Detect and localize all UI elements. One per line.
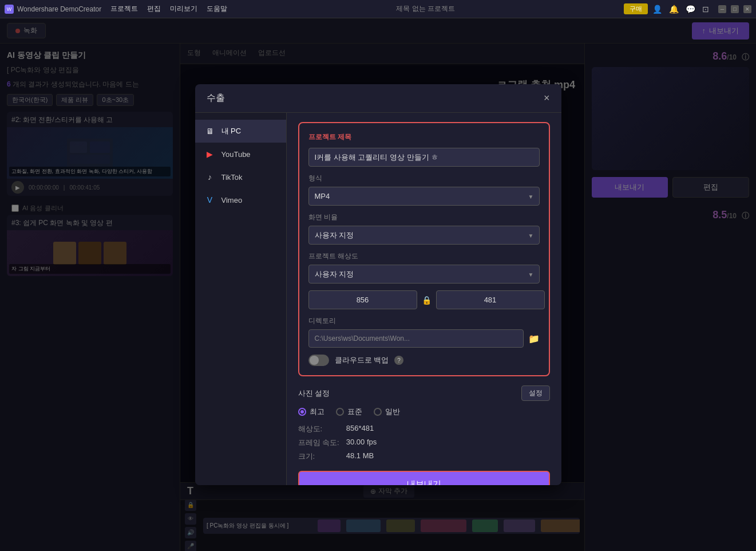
toggle-knob [310,356,319,365]
bell-icon[interactable]: 🔔 [669,5,679,14]
menu-project[interactable]: 프로젝트 [110,4,138,14]
quality-radio-normal[interactable]: 일반 [374,407,400,417]
aspect-ratio-label: 화면 비율 [308,212,540,222]
app-body: 녹화 ↑ 내보내기 AI 동영상 클립 만들기 [ PC녹화와 영상 편집을 6… [0,18,756,551]
format-select-wrapper: MP4 MOV AVI GIF ▼ [308,187,540,206]
project-title-input[interactable] [308,148,540,167]
titlebar: W Wondershare DemoCreator 프로젝트 편집 미리보기 도… [0,0,756,18]
quality-radio-group: 최고 표준 일반 [298,407,550,417]
modal-overlay: 수출 × 🖥 내 PC ▶ YouTube ♪ TikTok [0,18,756,551]
format-label: 형식 [308,174,540,183]
width-input[interactable] [308,290,417,309]
resolution-select[interactable]: 사용자 지정 1920x1080 1280x720 [308,265,540,284]
format-select[interactable]: MP4 MOV AVI GIF [308,187,540,206]
modal-main-content: 프로젝트 제목 형식 MP4 MOV AVI GIF ▼ [287,113,561,485]
menu-help[interactable]: 도움말 [207,4,227,14]
modal-nav-vimeo[interactable]: V Vimeo [195,188,286,211]
radio-normal-circle [374,408,382,416]
menu-preview[interactable]: 미리보기 [170,4,197,14]
window-icon[interactable]: ⊡ [702,5,709,14]
resolution-select-wrapper: 사용자 지정 1920x1080 1280x720 ▼ [308,265,540,284]
directory-label: 디렉토리 [308,316,540,326]
resolution-inputs-row: 🔒 [308,290,540,309]
info-grid: 해상도: 856*481 프레임 속도: 30.00 fps 크기: 48.1 … [298,424,550,462]
titlebar-action-icons: 👤 🔔 💬 ⊡ [652,5,709,14]
fps-info-key: 프레임 속도: [298,438,339,448]
aspect-ratio-select-wrapper: 사용자 지정 16:9 4:3 1:1 ▼ [308,226,540,245]
app-name: Wondershare DemoCreator [17,5,101,13]
quality-radio-standard[interactable]: 표준 [336,407,362,417]
close-button[interactable]: ✕ [743,5,751,13]
aspect-ratio-select[interactable]: 사용자 지정 16:9 4:3 1:1 [308,226,540,245]
export-submit-button[interactable]: 내보내기 [298,471,550,485]
titlebar-menus: 프로젝트 편집 미리보기 도움말 [110,4,227,14]
export-modal: 수출 × 🖥 내 PC ▶ YouTube ♪ TikTok [195,84,561,485]
pc-nav-icon: 🖥 [204,125,216,137]
vimeo-nav-icon: V [204,194,216,206]
modal-nav-pc[interactable]: 🖥 내 PC [195,120,286,143]
titlebar-right: 구매 👤 🔔 💬 ⊡ ─ □ ✕ [624,3,751,14]
quality-normal-label: 일반 [385,407,400,417]
modal-body: 🖥 내 PC ▶ YouTube ♪ TikTok V Vimeo [195,113,561,485]
buy-button[interactable]: 구매 [624,3,648,14]
logo-icon: W [5,5,14,14]
menu-edit[interactable]: 편집 [147,4,161,14]
modal-nav-vimeo-label: Vimeo [221,196,243,204]
resolution-info-key: 해상도: [298,424,339,434]
youtube-nav-icon: ▶ [204,148,216,160]
modal-nav-youtube[interactable]: ▶ YouTube [195,143,286,166]
minimize-button[interactable]: ─ [718,5,726,13]
size-info-val: 48.1 MB [346,451,550,462]
project-title-bar: 제목 없는 프로젝트 [232,4,619,14]
modal-nav-tiktok[interactable]: ♪ TikTok [195,166,286,188]
app-logo: W Wondershare DemoCreator [5,5,101,14]
window-controls: ─ □ ✕ [718,5,751,13]
modal-nav-youtube-label: YouTube [221,150,251,159]
radio-best-dot [300,410,304,414]
cloud-backup-toggle[interactable] [308,355,329,366]
quality-standard-label: 표준 [347,407,362,417]
directory-row: 📁 [308,329,540,348]
modal-nav-pc-label: 내 PC [221,126,242,136]
modal-header: 수출 × [195,84,561,113]
modal-nav-tiktok-label: TikTok [221,173,243,182]
folder-browse-button[interactable]: 📁 [528,333,540,344]
modal-close-button[interactable]: × [544,92,550,104]
pc-section: 프로젝트 제목 형식 MP4 MOV AVI GIF ▼ [298,122,550,376]
fps-info-val: 30.00 fps [346,438,550,448]
lock-icon: 🔒 [422,296,432,305]
radio-standard-circle [336,408,344,416]
maximize-button[interactable]: □ [731,5,739,13]
settings-button[interactable]: 설정 [521,385,550,401]
photo-settings-label: 사진 설정 [298,388,330,399]
tiktok-nav-icon: ♪ [204,171,216,183]
directory-input[interactable] [308,329,524,348]
section-project-title-label: 프로젝트 제목 [308,132,540,142]
modal-sidebar: 🖥 내 PC ▶ YouTube ♪ TikTok V Vimeo [195,113,287,485]
cloud-backup-row: 클라우드로 백업 ? [308,355,540,366]
cloud-backup-label: 클라우드로 백업 [335,355,389,365]
radio-best-circle [298,408,306,416]
user-icon[interactable]: 👤 [652,5,662,14]
cloud-help-icon[interactable]: ? [394,356,403,365]
quality-best-label: 최고 [310,407,324,417]
resolution-info-val: 856*481 [346,424,550,434]
modal-title: 수출 [207,92,225,104]
photo-settings-row: 사진 설정 설정 [298,385,550,401]
message-icon[interactable]: 💬 [686,5,695,14]
resolution-label: 프로젝트 해상도 [308,251,540,261]
quality-radio-best[interactable]: 최고 [298,407,324,417]
size-info-key: 크기: [298,451,339,462]
height-input[interactable] [436,290,545,309]
